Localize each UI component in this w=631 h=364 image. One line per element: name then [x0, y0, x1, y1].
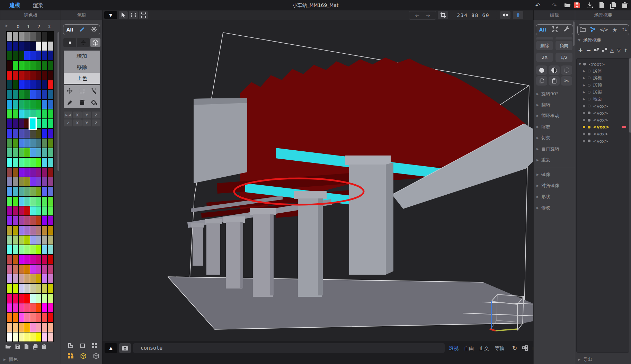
node-state-icon[interactable] — [588, 105, 590, 107]
node-state-icon[interactable] — [588, 112, 590, 114]
palette-swatch[interactable] — [13, 323, 18, 332]
tree-row[interactable]: <vox> — [577, 103, 629, 109]
delete-button[interactable]: 删除 — [536, 41, 553, 50]
tree-row[interactable]: <vox> — [577, 137, 629, 144]
palette-swatch[interactable] — [30, 323, 35, 332]
tree-row[interactable]: ▶地面 — [577, 96, 629, 103]
palette-swatch[interactable] — [13, 158, 18, 167]
palette-swatch[interactable] — [36, 100, 41, 109]
invert-button[interactable]: 负向 — [556, 41, 572, 50]
palette-swatch[interactable] — [36, 284, 41, 293]
mirror-x-button[interactable]: X — [73, 112, 82, 118]
circle-filled-icon[interactable] — [536, 65, 547, 75]
palette-swatch[interactable] — [30, 71, 35, 80]
palette-swatch[interactable] — [42, 245, 47, 254]
mirror-icon[interactable]: ▶|◀ — [64, 112, 72, 118]
viewport-canvas[interactable] — [102, 20, 534, 341]
palette-swatch[interactable] — [19, 323, 24, 332]
palette-swatch[interactable] — [36, 255, 41, 264]
palette-swatch[interactable] — [48, 206, 53, 215]
copy-icon[interactable] — [33, 344, 38, 351]
palette-swatch[interactable] — [7, 303, 12, 312]
node-state-icon[interactable] — [588, 70, 590, 72]
palette-swatch[interactable] — [48, 177, 53, 186]
palette-swatch[interactable] — [30, 129, 35, 138]
palette-swatch[interactable] — [24, 61, 29, 70]
palette-swatch[interactable] — [13, 32, 18, 41]
palette-tab-3[interactable]: 3 — [48, 24, 51, 29]
rotate-icon[interactable]: ↻ — [510, 343, 519, 353]
palette-swatch[interactable] — [48, 100, 53, 109]
palette-swatch[interactable] — [30, 236, 35, 245]
palette-swatch[interactable] — [48, 313, 53, 322]
palette-swatch[interactable] — [48, 148, 53, 157]
caret-icon[interactable]: ▶ — [583, 97, 585, 101]
palette-swatch[interactable] — [36, 119, 41, 128]
palette-swatch[interactable] — [24, 42, 29, 51]
edit-operation[interactable]: ▶自由旋转 — [534, 143, 575, 154]
trash-icon[interactable] — [76, 97, 88, 108]
palette-swatch[interactable] — [30, 303, 35, 312]
palette-swatch[interactable] — [7, 168, 12, 177]
copy-icon[interactable] — [609, 1, 617, 9]
palette-swatch[interactable] — [48, 303, 53, 312]
brush-icon[interactable] — [79, 26, 85, 34]
palette-swatch[interactable] — [7, 216, 12, 225]
palette-swatch[interactable] — [36, 80, 41, 89]
palette-swatch[interactable] — [7, 109, 12, 118]
palette-swatch[interactable] — [42, 216, 47, 225]
palette-swatch[interactable] — [13, 332, 18, 341]
edit-operation[interactable]: ▶循环移动 — [534, 110, 575, 122]
shift-up-icon[interactable]: ⇧ — [513, 11, 523, 19]
palette-swatch[interactable] — [19, 284, 24, 293]
palette-swatch[interactable] — [42, 129, 47, 138]
palette-swatch[interactable] — [48, 42, 53, 51]
palette-swatch[interactable] — [13, 206, 18, 215]
trash-icon[interactable] — [621, 1, 629, 9]
palette-swatch[interactable] — [30, 177, 35, 186]
palette-swatch[interactable] — [7, 61, 12, 70]
palette-swatch[interactable] — [36, 245, 41, 254]
l-shape-icon[interactable] — [68, 343, 73, 350]
palette-swatch[interactable] — [36, 303, 41, 312]
palette-swatch[interactable] — [42, 206, 47, 215]
marquee-icon[interactable] — [129, 11, 138, 19]
palette-swatch[interactable] — [13, 90, 18, 99]
palette-swatch[interactable] — [24, 187, 29, 196]
palette-swatch[interactable] — [19, 294, 24, 303]
palette-swatch[interactable] — [48, 294, 53, 303]
palette-swatch[interactable] — [19, 129, 24, 138]
palette-swatch[interactable] — [48, 71, 53, 80]
cube-wire-yellow-icon[interactable] — [80, 353, 86, 361]
palette-swatch[interactable] — [13, 100, 18, 109]
palette-swatch[interactable] — [19, 100, 24, 109]
palette-swatch[interactable] — [42, 42, 47, 51]
palette-swatch[interactable] — [42, 100, 47, 109]
palette-swatch[interactable] — [42, 177, 47, 186]
palette-swatch[interactable] — [48, 245, 53, 254]
node-state-icon[interactable] — [588, 133, 590, 135]
palette-swatch[interactable] — [19, 313, 24, 322]
tree-row[interactable]: ▶房梁 — [577, 89, 629, 96]
save-icon[interactable] — [573, 1, 581, 9]
visibility-square-icon[interactable] — [583, 133, 585, 135]
palette-swatch[interactable] — [48, 216, 53, 225]
palette-swatch[interactable] — [13, 177, 18, 186]
code-icon[interactable]: </> — [599, 27, 608, 32]
palette-tab-0[interactable]: 0 — [17, 24, 19, 29]
palette-swatch[interactable] — [19, 158, 24, 167]
palette-swatch[interactable] — [42, 274, 47, 283]
tree-row[interactable]: <vox> — [577, 117, 629, 124]
palette-swatch[interactable] — [13, 236, 18, 245]
palette-swatch[interactable] — [24, 71, 29, 80]
palette-swatch[interactable] — [24, 119, 29, 128]
palette-swatch[interactable] — [42, 90, 47, 99]
palette-swatch[interactable] — [13, 71, 18, 80]
palette-swatch[interactable] — [30, 265, 35, 274]
palette-swatch[interactable] — [48, 109, 53, 118]
node-state-icon[interactable] — [583, 63, 586, 65]
palette-swatch[interactable] — [7, 332, 12, 341]
axis-y-button[interactable]: Y — [82, 119, 91, 126]
visibility-square-icon[interactable] — [583, 140, 585, 142]
palette-swatch[interactable] — [24, 80, 29, 89]
